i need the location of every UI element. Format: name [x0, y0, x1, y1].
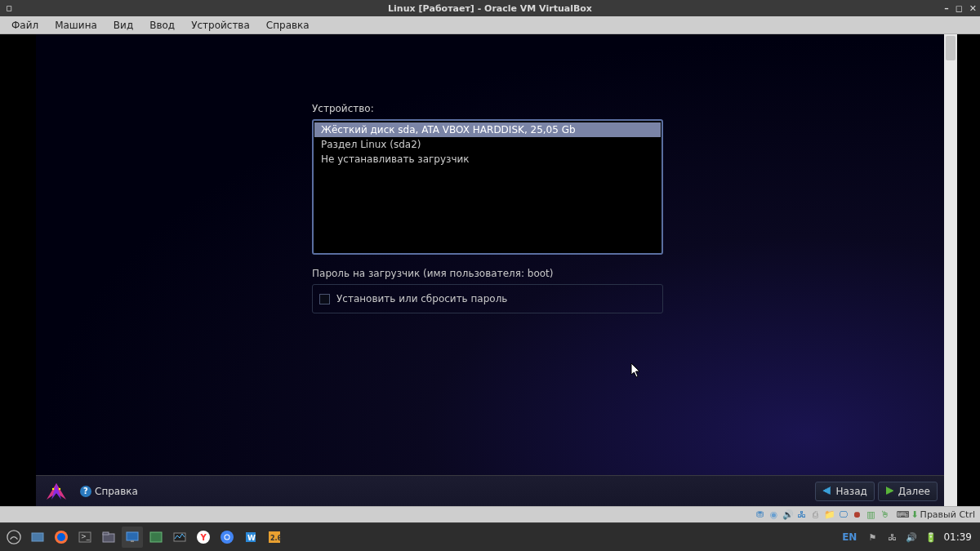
taskbar-monitor-button[interactable] — [169, 527, 190, 548]
next-label: Далее — [898, 486, 930, 497]
menu-input[interactable]: Ввод — [143, 18, 181, 33]
vm-display-area: Устройство: Жёсткий диск sda, ATA VBOX H… — [0, 34, 980, 506]
svg-rect-9 — [103, 532, 109, 535]
help-icon: ? — [80, 486, 91, 497]
svg-rect-3 — [32, 533, 43, 541]
vm-scrollbar[interactable] — [944, 34, 957, 506]
svg-rect-10 — [127, 532, 138, 540]
terminal-button[interactable]: >_ — [74, 527, 96, 548]
vb-statusbar: ⛃ ◉ 🔊 🖧 ⎙ 📁 🖵 ⏺ ▥ 🖰 ⌨ ⬇ Правый Ctrl — [0, 506, 980, 522]
taskbar-vbox-button[interactable] — [122, 527, 143, 548]
virtualbox-window: ◻ Linux [Работает] - Oracle VM VirtualBo… — [0, 0, 980, 522]
audio-icon[interactable]: 🔊 — [782, 509, 794, 521]
svg-text:2.6: 2.6 — [270, 535, 282, 542]
mouse-cursor-icon — [630, 362, 642, 382]
password-checkbox[interactable] — [319, 294, 330, 304]
optical-icon[interactable]: ◉ — [768, 509, 780, 521]
taskbar-app3-button[interactable]: W — [240, 527, 261, 548]
volume-tray-icon[interactable]: 🔊 — [904, 527, 919, 548]
hdd-icon[interactable]: ⛃ — [755, 509, 766, 521]
network-icon[interactable]: 🖧 — [796, 509, 808, 521]
arrow-left-icon: ⯇ — [822, 486, 832, 497]
svg-point-0 — [52, 487, 54, 489]
password-box: Установить или сбросить пароль — [312, 284, 663, 313]
svg-point-18 — [225, 535, 229, 540]
window-title: Linux [Работает] - Oracle VM VirtualBox — [0, 3, 980, 14]
installer-footer: ? Справка ⯇ Назад ⯈ Далее — [36, 475, 944, 506]
guest-screen[interactable]: Устройство: Жёсткий диск sda, ATA VBOX H… — [36, 34, 944, 506]
mouse-integration-icon[interactable]: 🖰 — [880, 509, 891, 521]
recording-icon[interactable]: ⏺ — [852, 509, 863, 521]
taskbar-app2-button[interactable] — [145, 527, 167, 548]
chromium-button[interactable] — [216, 527, 238, 548]
tray-notification-icon[interactable]: ⚑ — [865, 527, 880, 548]
menu-file[interactable]: Файл — [5, 18, 45, 33]
next-button[interactable]: ⯈ Далее — [878, 482, 938, 501]
menu-view[interactable]: Вид — [107, 18, 140, 33]
shared-folder-icon[interactable]: 📁 — [824, 509, 835, 521]
device-label: Устройство: — [312, 103, 663, 114]
firefox-button[interactable] — [51, 527, 72, 548]
show-desktop-button[interactable] — [27, 527, 48, 548]
keyboard-icon: ⌨ — [897, 509, 910, 520]
host-key-indicator[interactable]: ⌨ ⬇ Правый Ctrl — [897, 509, 976, 520]
back-label: Назад — [835, 486, 866, 497]
svg-rect-12 — [150, 532, 162, 542]
host-taskbar: >_ Y W 2.6 EN ⚑ 🖧 🔊 🔋 01:39 — [0, 522, 980, 551]
svg-text:W: W — [247, 534, 256, 542]
titlebar[interactable]: ◻ Linux [Работает] - Oracle VM VirtualBo… — [0, 0, 980, 16]
help-label: Справка — [95, 486, 138, 497]
distro-logo — [42, 481, 70, 502]
files-button[interactable] — [98, 527, 119, 548]
svg-point-1 — [59, 487, 60, 489]
device-item-2[interactable]: Не устанавливать загрузчик — [314, 152, 661, 167]
network-tray-icon[interactable]: 🖧 — [884, 527, 899, 548]
keyboard-layout-indicator[interactable]: EN — [839, 531, 860, 543]
yandex-button[interactable]: Y — [193, 527, 214, 548]
menubar: Файл Машина Вид Ввод Устройства Справка — [0, 16, 980, 34]
taskbar-update-button[interactable]: 2.6 — [264, 527, 285, 548]
svg-text:>_: >_ — [81, 533, 91, 540]
cpu-icon[interactable]: ▥ — [866, 509, 877, 521]
menu-devices[interactable]: Устройства — [185, 18, 256, 33]
device-listbox[interactable]: Жёсткий диск sda, ATA VBOX HARDDISK, 25,… — [312, 119, 663, 255]
help-button[interactable]: ? Справка — [75, 483, 143, 500]
taskbar-clock[interactable]: 01:39 — [943, 531, 977, 543]
scrollbar-thumb[interactable] — [946, 36, 956, 60]
menu-machine[interactable]: Машина — [48, 18, 104, 33]
password-section-label: Пароль на загрузчик (имя пользователя: b… — [312, 268, 663, 279]
back-button[interactable]: ⯇ Назад — [815, 482, 874, 501]
app-menu-button[interactable] — [3, 527, 24, 548]
close-button[interactable]: ✕ — [969, 3, 977, 14]
maximize-button[interactable]: ◻ — [956, 3, 963, 14]
arrow-right-icon: ⯈ — [885, 486, 895, 497]
usb-icon[interactable]: ⎙ — [810, 509, 822, 521]
menu-help[interactable]: Справка — [260, 18, 316, 33]
device-item-0[interactable]: Жёсткий диск sda, ATA VBOX HARDDISK, 25,… — [314, 122, 661, 137]
password-checkbox-label[interactable]: Установить или сбросить пароль — [336, 293, 507, 304]
minimize-button[interactable]: – — [944, 3, 949, 14]
bootloader-form: Устройство: Жёсткий диск sda, ATA VBOX H… — [312, 103, 663, 313]
display-icon[interactable]: 🖵 — [838, 509, 849, 521]
svg-text:Y: Y — [200, 533, 207, 542]
svg-point-5 — [57, 533, 65, 541]
window-menu-icon[interactable]: ◻ — [3, 2, 15, 14]
svg-rect-11 — [131, 540, 134, 542]
device-item-1[interactable]: Раздел Linux (sda2) — [314, 137, 661, 152]
battery-tray-icon[interactable]: 🔋 — [924, 527, 938, 548]
